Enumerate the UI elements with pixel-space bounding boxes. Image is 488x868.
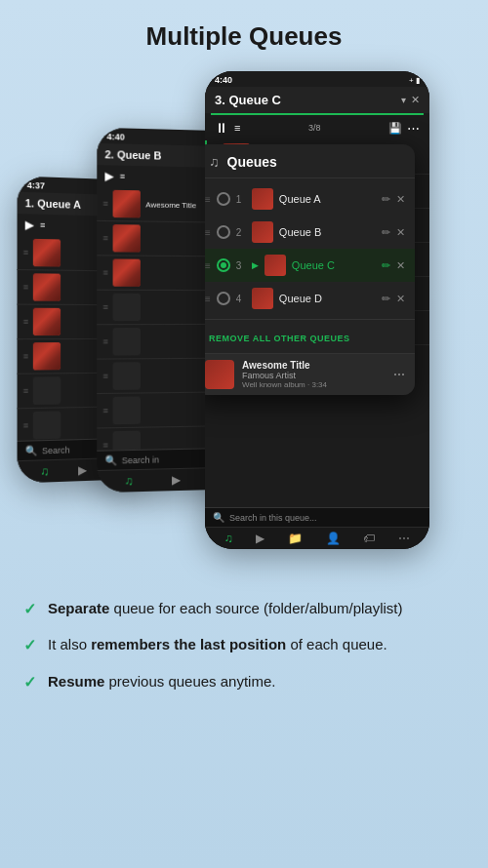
queue-name-a: Queue A (279, 193, 376, 205)
checkmark-icon: ✓ (23, 672, 36, 693)
feature-text-3: Resume previous queues anytime. (48, 671, 275, 692)
drag-icon: ≡ (23, 317, 28, 327)
close-icon[interactable]: ✕ (411, 94, 420, 106)
drag-icon: ≡ (102, 199, 107, 209)
queue-name-b: Queue B (279, 226, 376, 238)
nav-play-icon[interactable]: ▶ (173, 473, 182, 487)
now-playing-time: Well known album · 3:34 (242, 380, 386, 389)
chevron-down-icon[interactable]: ▾ (401, 95, 406, 105)
more-btn[interactable]: ⋯ (407, 121, 420, 136)
now-playing-title: Awesome Title (242, 360, 386, 371)
feature-bold-2: remembers the last position (91, 636, 286, 652)
now-playing-bar: Awesome Title Famous Artist Well known a… (205, 353, 415, 395)
phone2-shuffle-btn[interactable]: ≡ (120, 172, 125, 181)
queue-num-b: 2 (236, 227, 246, 238)
phone2-search-text: Search in (122, 454, 159, 465)
nav-more-icon[interactable]: ⋯ (398, 532, 410, 545)
queues-popup-title: Queues (227, 154, 277, 170)
checkmark-icon: ✓ (23, 635, 36, 656)
queue-radio-b[interactable] (217, 225, 230, 239)
queue-item-d[interactable]: ≡ 4 Queue D ✏ ✕ (205, 282, 415, 315)
phone1-play-btn[interactable]: ▶ (25, 217, 34, 231)
drag-icon: ≡ (205, 194, 211, 205)
queue-name-d: Queue D (279, 293, 376, 304)
remove-icon[interactable]: ✕ (396, 259, 405, 272)
pause-btn[interactable]: ⏸ (215, 120, 228, 136)
queue-radio-a[interactable] (217, 192, 230, 206)
save-btn[interactable]: 💾 (388, 122, 402, 135)
feature-text-1: Separate queue for each source (folder/a… (48, 598, 403, 619)
checkmark-icon: ✓ (23, 599, 36, 620)
drag-icon: ≡ (205, 294, 211, 304)
now-playing-thumb (205, 360, 234, 389)
drag-icon: ≡ (102, 336, 107, 346)
queue-name-c: Queue C (292, 259, 376, 271)
queue-item-c[interactable]: ≡ 3 ▶ Queue C ✏ ✕ (205, 249, 415, 282)
phone1-shuffle-btn[interactable]: ≡ (40, 220, 45, 230)
play-indicator-icon: ▶ (252, 260, 259, 270)
page-title: Multiple Queues (0, 0, 488, 61)
drag-icon: ≡ (23, 248, 28, 257)
drag-icon: ≡ (102, 233, 107, 243)
now-playing-info: Awesome Title Famous Artist Well known a… (242, 360, 386, 389)
queue-radio-d[interactable] (217, 292, 230, 305)
feature-text-2: It also remembers the last position of e… (48, 634, 387, 655)
queue-thumb-a (252, 188, 273, 210)
phone1-search-text: Search (42, 445, 70, 455)
features-list: ✓ Separate queue for each source (folder… (0, 578, 488, 727)
drag-icon: ≡ (102, 372, 107, 381)
queue-thumb-c (264, 255, 286, 276)
remove-all-queues-btn[interactable]: REMOVE ALL OTHER QUEUES (209, 334, 350, 343)
queue-item-a[interactable]: ≡ 1 Queue A ✏ ✕ (205, 182, 415, 216)
queue-num-d: 4 (236, 294, 246, 304)
feature-bold-1: Separate (48, 600, 109, 616)
nav-queue-icon[interactable]: ♫ (40, 464, 49, 478)
edit-icon[interactable]: ✏ (382, 259, 390, 272)
phone2-play-btn[interactable]: ▶ (104, 169, 113, 182)
remove-icon[interactable]: ✕ (396, 193, 405, 206)
nav-queue-icon[interactable]: ♫ (224, 532, 233, 545)
queue-thumb-d (252, 288, 273, 309)
edit-icon[interactable]: ✏ (382, 293, 390, 305)
drag-icon: ≡ (23, 386, 28, 396)
nav-play-icon[interactable]: ▶ (79, 463, 88, 477)
edit-icon[interactable]: ✏ (382, 226, 390, 239)
drag-icon: ≡ (102, 406, 107, 415)
more-options-icon[interactable]: ⋯ (393, 368, 405, 381)
phone3-search-placeholder: Search in this queue... (229, 513, 317, 523)
phone3-queue-name: 3. Queue C (215, 93, 401, 107)
search-icon: 🔍 (104, 454, 116, 465)
nav-folder-icon[interactable]: 📁 (288, 532, 303, 545)
queues-icon: ♫ (209, 154, 220, 170)
nav-tag-icon[interactable]: 🏷 (363, 532, 375, 545)
edit-icon[interactable]: ✏ (382, 193, 390, 206)
drag-icon: ≡ (205, 260, 211, 271)
phone-3: 4:40 + ▮ 3. Queue C ▾ ✕ ⏸ ≡ 3/8 (205, 71, 429, 549)
nav-person-icon[interactable]: 👤 (326, 532, 341, 545)
search-icon: 🔍 (25, 445, 37, 455)
queue-num-a: 1 (236, 194, 246, 205)
drag-icon: ≡ (102, 302, 107, 312)
drag-icon: ≡ (23, 351, 28, 361)
nav-queue-icon[interactable]: ♫ (125, 474, 134, 488)
remove-icon[interactable]: ✕ (396, 293, 405, 305)
remove-icon[interactable]: ✕ (396, 226, 405, 239)
phone3-time: 4:40 (215, 75, 232, 85)
queue-num-c: 3 (236, 260, 246, 271)
shuffle-btn[interactable]: ≡ (234, 122, 240, 134)
feature-bold-3: Resume (48, 673, 104, 690)
feature-item-3: ✓ Resume previous queues anytime. (23, 671, 459, 693)
queue-radio-c[interactable] (217, 258, 230, 272)
feature-item-2: ✓ It also remembers the last position of… (23, 634, 459, 656)
phone2-time: 4:40 (106, 132, 124, 142)
drag-icon: ≡ (102, 440, 107, 450)
search-icon: 🔍 (213, 512, 224, 523)
drag-icon: ≡ (205, 227, 211, 238)
nav-play-icon[interactable]: ▶ (256, 532, 264, 545)
drag-icon: ≡ (23, 282, 28, 292)
phone1-time: 4:37 (27, 180, 45, 191)
drag-icon: ≡ (23, 420, 28, 430)
queue-item-b[interactable]: ≡ 2 Queue B ✏ ✕ (205, 216, 415, 249)
phones-scene: 4:37 ▶ 1. Queue A ▶ ≡ ≡ ≡ (10, 61, 478, 578)
queues-popup: ♫ Queues ≡ 1 Queue A ✏ ✕ (205, 144, 415, 395)
